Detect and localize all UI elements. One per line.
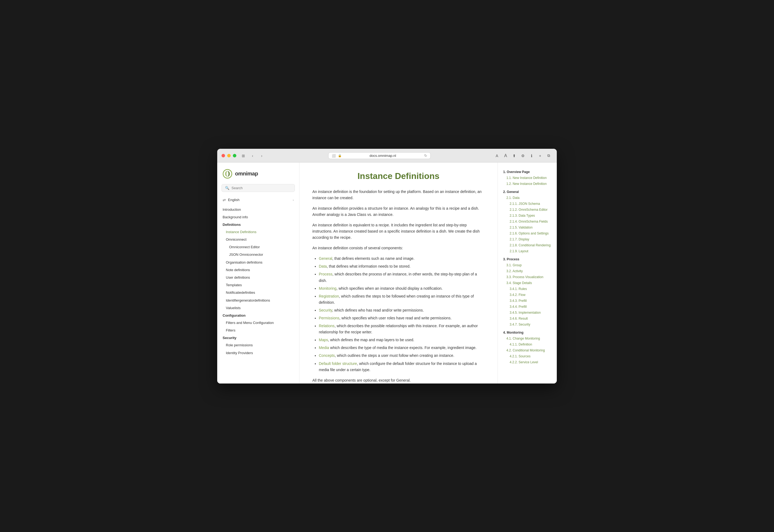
url-text: docs.omnimap.nl bbox=[344, 154, 422, 158]
address-bar-container: ⬜ 🔒 docs.omnimap.nl ↻ bbox=[269, 152, 490, 159]
nav-item-identity-providers[interactable]: Identity Providers bbox=[217, 349, 299, 357]
left-sidebar: omnimap 🔍 ⇄ English › IntroductionBackgr… bbox=[217, 163, 299, 384]
tabs-button[interactable]: ⧉ bbox=[545, 152, 552, 160]
toc-item[interactable]: 3.4. Stage Details bbox=[503, 280, 551, 286]
nav-item-instance-definitions[interactable]: Instance Definitions bbox=[217, 228, 299, 236]
toc-item[interactable]: 2.1.3. Data Types bbox=[503, 213, 551, 219]
language-arrow: › bbox=[293, 198, 294, 202]
nav-section-configuration[interactable]: Configuration bbox=[217, 312, 299, 319]
list-item: Security, which defines who has read and… bbox=[319, 307, 485, 313]
article-link[interactable]: Media bbox=[319, 346, 329, 350]
close-button[interactable] bbox=[222, 154, 225, 157]
back-button[interactable]: ‹ bbox=[249, 152, 256, 160]
nav-item-identifiergeneratordefinitions[interactable]: Identifiergeneratordefinitions bbox=[217, 297, 299, 304]
nav-section-definitions[interactable]: Definitions bbox=[217, 221, 299, 228]
forward-button[interactable]: › bbox=[258, 152, 265, 160]
toc-item[interactable]: 2.1.6. Options and Settings bbox=[503, 230, 551, 236]
article-paragraph: An instance definition is equivalent to … bbox=[312, 222, 485, 241]
maximize-button[interactable] bbox=[233, 154, 236, 157]
browser-window: ⊞ ‹ › ⬜ 🔒 docs.omnimap.nl ↻ A A ⬆ ⚙ ℹ + bbox=[217, 149, 557, 384]
list-item: Permissions, which specifies which user … bbox=[319, 315, 485, 321]
article-link[interactable]: Process bbox=[319, 272, 333, 276]
share-button[interactable]: ⬆ bbox=[510, 152, 518, 160]
font-large-button[interactable]: A bbox=[502, 152, 509, 160]
nav-item-introduction[interactable]: Introduction bbox=[217, 206, 299, 213]
article-link[interactable]: Data bbox=[319, 264, 327, 268]
back-icon: ‹ bbox=[252, 154, 253, 158]
nav-section-security[interactable]: Security bbox=[217, 334, 299, 341]
search-icon: 🔍 bbox=[225, 186, 229, 190]
toc-item[interactable]: 3.4.6. Result bbox=[503, 316, 551, 322]
toc-item[interactable]: 3.4.2. Flow bbox=[503, 292, 551, 298]
toc-item[interactable]: 3.4.5. Implementation bbox=[503, 310, 551, 316]
article-paragraph: An instance definition is the foundation… bbox=[312, 189, 485, 201]
toc-item[interactable]: 2.1. Data bbox=[503, 195, 551, 201]
logo-text: omnimap bbox=[235, 171, 258, 177]
toc-item[interactable]: 3.4.3. Prefill bbox=[503, 298, 551, 304]
article-link[interactable]: General bbox=[319, 256, 332, 261]
article-link[interactable]: Monitoring bbox=[319, 286, 336, 291]
toc-item[interactable]: 4.1. Change Monitoring bbox=[503, 336, 551, 341]
article-area: Instance Definitions An instance definit… bbox=[299, 163, 497, 384]
article-link[interactable]: Default folder structure bbox=[319, 361, 357, 366]
svg-point-0 bbox=[223, 169, 232, 178]
toc-item[interactable]: 2.1.7. Display bbox=[503, 236, 551, 242]
toc-item[interactable]: 3.4.1. Rules bbox=[503, 286, 551, 292]
toc-item[interactable]: 2.1.1. JSON Schema bbox=[503, 201, 551, 207]
sidebar-toggle-button[interactable]: ⊞ bbox=[240, 152, 247, 160]
article-link[interactable]: Maps bbox=[319, 338, 328, 342]
toc-item[interactable]: 2.1.8. Conditional Rendering bbox=[503, 242, 551, 248]
list-item: Registration, which outlines the steps t… bbox=[319, 293, 485, 306]
nav-item-user-definitions[interactable]: User definitions bbox=[217, 274, 299, 281]
article-link[interactable]: Security bbox=[319, 308, 332, 312]
article-link[interactable]: Relations bbox=[319, 324, 334, 328]
nav-item-filters[interactable]: Filters bbox=[217, 327, 299, 334]
toc-item[interactable]: 4.2. Conditional Monitoring bbox=[503, 347, 551, 353]
nav-item-organisation-definitions[interactable]: Organisation definitions bbox=[217, 259, 299, 266]
toc-item: 2. General bbox=[503, 189, 551, 195]
language-selector[interactable]: ⇄ English › bbox=[217, 196, 299, 204]
list-item: Concepts, which outlines the steps a use… bbox=[319, 353, 485, 359]
nav-item-note-definitions[interactable]: Note definitions bbox=[217, 266, 299, 274]
article-paragraph: An instance definition provides a struct… bbox=[312, 205, 485, 218]
nav-item-templates[interactable]: Templates bbox=[217, 281, 299, 289]
nav-item-omniconnect[interactable]: Omniconnect bbox=[217, 236, 299, 243]
toc-item[interactable]: 3.3. Process Visualization bbox=[503, 274, 551, 280]
toc-item[interactable]: 2.1.4. OmniSchema Fields bbox=[503, 219, 551, 224]
toc-item[interactable]: 3.2. Activity bbox=[503, 268, 551, 274]
toc-item[interactable]: 4.2.1. Sources bbox=[503, 353, 551, 359]
search-box[interactable]: 🔍 bbox=[222, 184, 295, 192]
translate-icon: ⇄ bbox=[223, 198, 226, 202]
toc-item[interactable]: 1.2. New Instance Definition bbox=[503, 181, 551, 187]
nav-item-omniconnect-editor[interactable]: Omniconnect Editor bbox=[217, 243, 299, 251]
info-button[interactable]: ℹ bbox=[528, 152, 535, 160]
toc-item[interactable]: 3.4.4. Prefill bbox=[503, 304, 551, 310]
logo-icon bbox=[223, 169, 232, 179]
toc-item[interactable]: 2.1.5. Validation bbox=[503, 224, 551, 230]
nav-item-valuelists[interactable]: Valuelists bbox=[217, 304, 299, 312]
article-link[interactable]: Registration bbox=[319, 294, 339, 298]
nav-item-role-permissions[interactable]: Role permissions bbox=[217, 341, 299, 349]
toc-item[interactable]: 2.1.2. OmniSchema Editor bbox=[503, 207, 551, 213]
search-input[interactable] bbox=[231, 186, 291, 190]
toc-item[interactable]: 3.4.7. Security bbox=[503, 322, 551, 327]
font-small-button[interactable]: A bbox=[493, 152, 501, 160]
address-bar[interactable]: ⬜ 🔒 docs.omnimap.nl ↻ bbox=[328, 152, 431, 159]
nav-item-json-omniconnector[interactable]: JSON Omniconnector bbox=[217, 251, 299, 258]
toc-item[interactable]: 4.2.2. Service Level bbox=[503, 359, 551, 365]
list-item: Process, which describes the process of … bbox=[319, 271, 485, 284]
new-tab-button[interactable]: + bbox=[536, 152, 544, 160]
nav-item-background-info[interactable]: Background info bbox=[217, 213, 299, 221]
toc-item[interactable]: 3.1. Group bbox=[503, 262, 551, 268]
minimize-button[interactable] bbox=[227, 154, 231, 157]
refresh-button[interactable]: ↻ bbox=[424, 154, 427, 158]
nav-item-filters-and-menu-configuration[interactable]: Filters and Menu Configuration bbox=[217, 319, 299, 327]
article-body: An instance definition is the foundation… bbox=[312, 189, 485, 384]
toc-item[interactable]: 1.1. New Instance Definition bbox=[503, 175, 551, 181]
article-link[interactable]: Concepts bbox=[319, 353, 335, 358]
settings-button[interactable]: ⚙ bbox=[519, 152, 527, 160]
toc-item[interactable]: 2.1.9. Layout bbox=[503, 248, 551, 254]
article-link[interactable]: Permissions bbox=[319, 316, 339, 320]
nav-item-notificatiedefinities[interactable]: Notificatiedefinities bbox=[217, 289, 299, 296]
toc-item[interactable]: 4.1.1. Definition bbox=[503, 341, 551, 347]
